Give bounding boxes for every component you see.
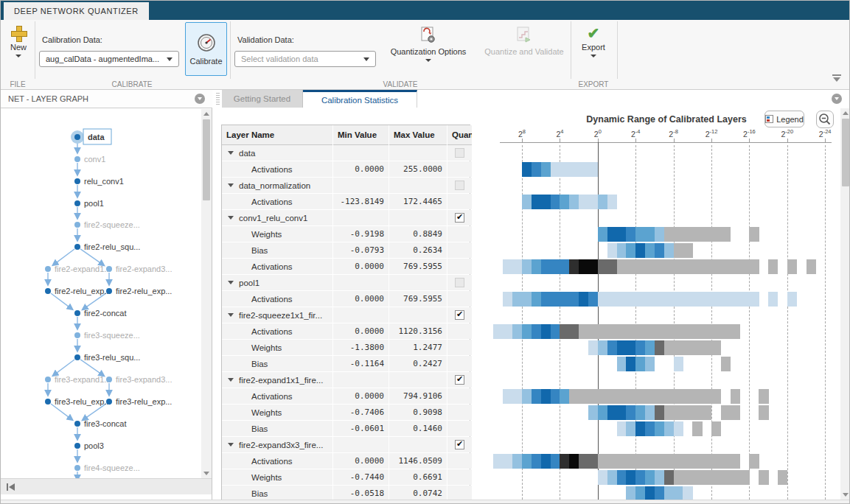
dynamic-range-cell [541,454,551,469]
calibrate-button[interactable]: Calibrate [185,22,227,76]
dynamic-range-cell [532,195,541,209]
dynamic-range-cell [683,470,692,485]
main-panel: Getting Started Calibration Statistics L… [215,90,850,500]
dynamic-range-cell [655,470,664,485]
dynamic-range-cell [617,470,627,485]
tab-calibration-statistics-label: Calibration Statistics [321,96,398,105]
graph-edge [80,360,104,376]
graph-node-fire2-relu-exp-[interactable]: fire2-relu_exp... [45,287,111,295]
dynamic-range-cell [674,421,683,436]
chart-vscrollbar[interactable] [840,108,850,500]
dynamic-range-cell [711,340,721,355]
graph-node-fire2-relu-squ-[interactable]: fire2-relu_squ... [74,242,140,251]
dynamic-range-cell [579,195,588,209]
graph-node-fire2-concat[interactable]: fire2-concat [74,309,126,318]
graph-node-data[interactable]: data [71,129,111,144]
dynamic-range-cell [655,292,664,307]
calibration-statistics-content: Layer Name Min Value Max Value Quantize … [215,108,840,500]
graph-node-fire3-concat[interactable]: fire3-concat [74,419,126,428]
quantization-options-button[interactable]: Quantization Options [383,26,473,62]
calibration-data-dropdown[interactable]: aug_calData - augmentedIma... [39,51,179,67]
dynamic-range-cell [598,340,607,355]
dynamic-range-cell [512,292,522,307]
app-tab-deep-network-quantizer[interactable]: DEEP NETWORK QUANTIZER [4,2,149,20]
dynamic-range-cell [759,389,768,404]
zoom-out-button[interactable] [816,111,834,128]
dynamic-range-cell [768,259,778,274]
dynamic-range-cell [645,292,655,307]
dynamic-range-cell [702,324,711,339]
dynamic-range-cell [683,405,692,420]
dynamic-range-cell [749,259,759,274]
layer-graph-canvas[interactable]: dataconv1relu_conv1pool1fire2-squeeze...… [1,109,201,478]
quantization-options-label: Quantization Options [391,47,467,56]
dynamic-range-cell [532,162,541,177]
graph-edge [51,404,72,420]
dynamic-range-cell [721,259,731,274]
export-button[interactable]: ✔ Export [575,26,612,57]
dynamic-range-cell [655,227,664,242]
graph-node-fire3-expand1-[interactable]: fire3-expand1... [45,375,111,384]
dynamic-range-cell [702,454,711,469]
collapse-left-icon[interactable] [7,483,15,491]
dynamic-range-cell [607,259,617,274]
graph-node-relu-conv1[interactable]: relu_conv1 [74,177,124,186]
dynamic-range-cell [778,470,787,485]
axis-tick-label: 2-12 [697,128,726,139]
dynamic-range-cell [569,454,579,469]
panel-collapse-icon[interactable] [195,94,205,104]
dynamic-range-cell [551,259,560,274]
axis-tick [749,139,750,143]
graph-node-conv1[interactable]: conv1 [74,155,105,164]
dynamic-range-cell [721,454,731,469]
dynamic-range-cell [711,227,721,242]
graph-node-fire2-relu-exp-[interactable]: fire2-relu_exp... [106,287,172,295]
graph-node-pool3[interactable]: pool3 [74,441,104,450]
dynamic-range-cell [787,292,797,307]
graph-node-pool1[interactable]: pool1 [74,199,104,208]
dynamic-range-cell [588,454,598,469]
tab-calibration-statistics[interactable]: Calibration Statistics [303,90,417,108]
graph-node-fire3-relu-exp-[interactable]: fire3-relu_exp... [106,397,172,406]
graph-node-fire2-expand1-[interactable]: fire2-expand1... [45,265,111,273]
dynamic-range-cell [683,340,692,355]
validation-dropdown-caret-icon [363,57,369,61]
dynamic-range-cell [551,389,560,404]
graph-node-fire2-expand3-[interactable]: fire2-expand3... [106,265,172,273]
svg-text:fire2-expand1...: fire2-expand1... [55,265,111,273]
dynamic-range-cell [664,259,674,274]
graph-node-fire2-squeeze-[interactable]: fire2-squeeze... [74,220,140,229]
drag-grip-icon[interactable] [216,93,220,105]
dynamic-range-cell [702,340,711,355]
panel-collapse-icon[interactable] [832,94,842,104]
graph-node-fire3-expand3-[interactable]: fire3-expand3... [106,375,172,384]
graph-node-fire4-squeeze-[interactable]: fire4-squeeze... [74,463,140,472]
dynamic-range-cell [731,389,740,404]
magnifier-minus-icon [817,111,833,127]
collapse-ribbon-button[interactable] [832,74,842,83]
svg-text:fire2-expand3...: fire2-expand3... [116,265,172,273]
dynamic-range-cell [551,292,560,307]
dynamic-range-cell [626,486,635,500]
dynamic-range-cell [569,324,579,339]
tab-getting-started[interactable]: Getting Started [222,90,303,108]
graph-node-fire3-relu-exp-[interactable]: fire3-relu_exp... [45,397,111,406]
graph-node-fire3-relu-squ-[interactable]: fire3-relu_squ... [74,353,140,362]
dynamic-range-cell [617,357,627,371]
dynamic-range-cell [674,486,683,500]
layer-graph-panel: NET - LAYER GRAPH dataconv1relu_conv1poo… [1,90,212,500]
dynamic-range-cell [607,389,617,404]
svg-text:fire3-squeeze...: fire3-squeeze... [84,331,140,340]
layer-graph-vscrollbar[interactable] [201,109,212,478]
dynamic-range-cell [674,227,683,242]
new-button[interactable]: New [7,26,30,57]
calibration-data-label: Calibration Data: [42,35,102,44]
legend-button[interactable]: Legend [764,111,804,127]
dynamic-range-cell [626,324,635,339]
graph-node-fire3-squeeze-[interactable]: fire3-squeeze... [74,331,140,340]
dynamic-range-cell [635,389,645,404]
dynamic-range-cell [674,259,683,274]
quantize-and-validate-button[interactable]: Quantize and Validate [479,26,569,56]
layer-graph-panel-header: NET - LAYER GRAPH [1,90,212,108]
validation-data-dropdown[interactable]: Select validation data [234,51,376,67]
